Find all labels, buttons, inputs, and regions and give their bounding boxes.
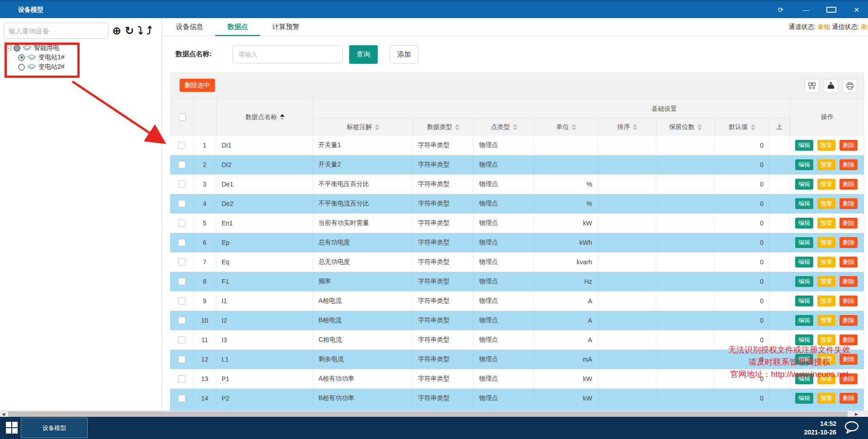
column-header-datatype[interactable]: 数据类型 [413,119,474,136]
table-row[interactable]: 6 Ep 总有功电度 字符串类型 物理点 kWh 0 编辑 预警 删除 [170,233,864,253]
row-checkbox[interactable] [178,220,185,227]
taskbar-clock[interactable]: 14:52 2021-10-26 [804,420,836,437]
edit-button[interactable]: 编辑 [795,296,813,306]
warning-button[interactable]: 预警 [817,159,835,170]
minimize-icon[interactable]: — [801,6,811,14]
refresh-tree-icon[interactable]: ↻ [125,25,134,36]
row-checkbox[interactable] [178,317,185,324]
delete-button[interactable]: 删除 [840,159,858,170]
maximize-icon[interactable] [826,7,836,13]
edit-button[interactable]: 编辑 [795,334,813,345]
row-checkbox[interactable] [178,200,185,207]
export-table-icon[interactable] [824,79,838,93]
delete-button[interactable]: 删除 [840,140,858,151]
column-header-unit[interactable]: 单位 [535,119,598,136]
table-row[interactable]: 4 De2 不平衡电流百分比 字符串类型 物理点 % 0 编辑 预警 删除 [170,194,864,214]
tab-calc-warning[interactable]: 计算预警 [260,18,312,36]
edit-button[interactable]: 编辑 [795,393,813,404]
edit-button[interactable]: 编辑 [795,257,813,267]
row-checkbox[interactable] [178,375,185,382]
warning-button[interactable]: 预警 [817,140,835,151]
delete-button[interactable]: 删除 [840,237,858,248]
delete-button[interactable]: 删除 [840,179,858,190]
add-button[interactable]: 添加 [390,45,418,64]
start-menu-icon[interactable] [6,422,18,434]
substation2-radio[interactable] [18,64,25,71]
table-row[interactable]: 12 L1 剩余电流 字符串类型 物理点 mA 0 编辑 预警 删除 [170,350,864,369]
warning-button[interactable]: 预警 [817,276,835,287]
warning-button[interactable]: 预警 [817,296,835,306]
delete-selected-button[interactable]: 删除选中 [180,79,215,92]
warning-button[interactable]: 预警 [817,354,835,365]
edit-button[interactable]: 编辑 [795,315,813,326]
print-icon[interactable] [843,79,857,93]
row-checkbox[interactable] [178,161,185,168]
scroll-right-icon[interactable]: ▶ [855,411,858,417]
delete-button[interactable]: 删除 [840,354,858,365]
table-row[interactable]: 14 P2 B相有功功率 字符串类型 物理点 kW 0 编辑 预警 删除 [170,389,864,408]
substation1-radio[interactable] [18,54,25,61]
row-checkbox[interactable] [178,239,185,246]
sort-icon[interactable] [280,114,285,120]
delete-button[interactable]: 删除 [840,334,858,345]
tab-data-points[interactable]: 数据点 [215,18,260,36]
row-checkbox[interactable] [178,297,185,305]
table-row[interactable]: 8 F1 频率 字符串类型 物理点 Hz 0 编辑 预警 删除 [170,272,864,291]
table-row[interactable]: 13 P1 A相有功功率 字符串类型 物理点 kW 0 编辑 预警 删除 [170,369,864,389]
row-checkbox[interactable] [178,395,185,402]
column-header-pointtype[interactable]: 点类型 [474,119,535,136]
root-radio[interactable] [14,45,20,52]
select-all-checkbox[interactable] [179,114,186,121]
add-device-icon[interactable]: ⊕ [112,25,121,36]
delete-button[interactable]: 删除 [840,315,858,326]
edit-button[interactable]: 编辑 [795,373,813,384]
row-checkbox[interactable] [178,142,185,149]
delete-button[interactable]: 删除 [840,276,858,287]
columns-layout-icon[interactable] [805,79,819,93]
table-row[interactable]: 11 I3 C相电流 字符串类型 物理点 A 0 编辑 预警 删除 [170,330,864,350]
delete-button[interactable]: 删除 [840,393,858,404]
delete-button[interactable]: 删除 [840,296,858,306]
column-header-sort[interactable]: 排序 [598,119,657,136]
table-row[interactable]: 2 DI2 开关量2 字符串类型 物理点 0 编辑 预警 删除 [170,155,864,175]
warning-button[interactable]: 预警 [817,393,835,404]
warning-button[interactable]: 预警 [817,237,835,248]
tab-device-info[interactable]: 设备信息 [164,18,215,36]
column-header-default[interactable]: 默认值 [715,119,770,136]
collapse-toggle-icon[interactable] [6,46,11,51]
row-checkbox[interactable] [178,336,185,344]
warning-button[interactable]: 预警 [817,257,835,267]
column-header-decimals[interactable]: 保留位数 [657,119,715,136]
row-checkbox[interactable] [178,356,185,363]
delete-button[interactable]: 删除 [840,198,858,209]
export-icon[interactable]: ⤴ [147,25,152,36]
delete-button[interactable]: 删除 [840,218,858,229]
edit-button[interactable]: 编辑 [795,237,813,248]
warning-button[interactable]: 预警 [817,198,835,209]
warning-button[interactable]: 预警 [817,179,835,190]
table-row[interactable]: 3 De1 不平衡电压百分比 字符串类型 物理点 % 0 编辑 预警 删除 [170,175,864,194]
warning-button[interactable]: 预警 [817,315,835,326]
edit-button[interactable]: 编辑 [795,179,813,190]
scrollbar-thumb[interactable] [8,411,848,417]
table-row[interactable]: 1 DI1 开关量1 字符串类型 物理点 0 编辑 预警 删除 [170,136,864,155]
row-checkbox[interactable] [178,258,185,266]
taskbar-app-button[interactable]: 设备模型 [21,418,88,438]
edit-button[interactable]: 编辑 [795,159,813,170]
table-row[interactable]: 9 I1 A相电流 字符串类型 物理点 A 0 编辑 预警 删除 [170,291,864,311]
query-button[interactable]: 查询 [349,45,378,64]
tree-node-substation2[interactable]: 变电站2# [18,62,65,72]
column-header-tag[interactable]: 标签注解 [313,119,413,136]
warning-button[interactable]: 预警 [817,373,835,384]
row-checkbox[interactable] [178,278,185,285]
edit-button[interactable]: 编辑 [795,276,813,287]
edit-button[interactable]: 编辑 [795,140,813,151]
tree-node-root[interactable]: 智能用电 [6,43,65,52]
datapoint-name-input[interactable] [232,45,343,63]
chat-bubble-icon[interactable] [844,420,860,437]
delete-button[interactable]: 删除 [840,257,858,267]
table-row[interactable]: 7 Eq 总无功电度 字符串类型 物理点 kvarh 0 编辑 预警 删除 [170,253,864,272]
refresh-window-icon[interactable]: ⟳ [776,6,786,14]
table-row[interactable]: 10 I2 B相电流 字符串类型 物理点 A 0 编辑 预警 删除 [170,311,864,330]
edit-button[interactable]: 编辑 [795,354,813,365]
